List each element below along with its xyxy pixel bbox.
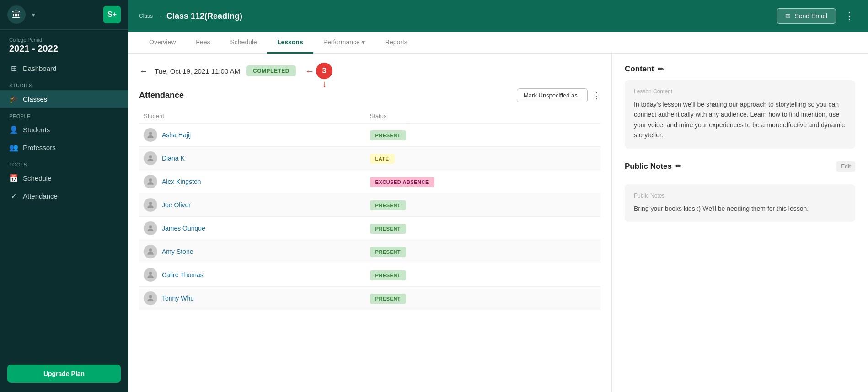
attendance-panel: ← Tue, Oct 19, 2021 11:00 AM COMPLETED ←… xyxy=(128,54,612,392)
sidebar-header: 🏛 ▾ S+ xyxy=(0,0,128,30)
attendance-label: Attendance xyxy=(23,192,58,200)
tab-reports[interactable]: Reports xyxy=(375,32,418,54)
student-col-header: Student xyxy=(139,109,365,124)
back-button[interactable]: ← xyxy=(139,66,148,76)
avatar xyxy=(144,291,157,305)
svg-point-5 xyxy=(149,248,152,252)
college-period-label: College Period xyxy=(0,30,128,43)
classes-label: Classes xyxy=(23,95,47,103)
school-chip: S+ xyxy=(103,6,121,23)
send-email-label: Send Email xyxy=(794,12,827,20)
status-cell: PRESENT xyxy=(365,287,600,310)
attendance-more-options[interactable]: ⋮ xyxy=(592,91,600,101)
student-name[interactable]: Joe Oliver xyxy=(144,198,361,212)
status-badge: PRESENT xyxy=(370,200,406,210)
status-cell: PRESENT xyxy=(365,124,600,147)
table-row: Asha Hajij PRESENT xyxy=(139,124,600,147)
public-notes-label: Public Notes xyxy=(634,193,846,199)
sidebar-item-professors[interactable]: 👥 Professors xyxy=(0,139,128,156)
notes-edit-icon[interactable]: ✏ xyxy=(675,162,681,171)
student-name[interactable]: Asha Hajij xyxy=(144,128,361,142)
lesson-date: Tue, Oct 19, 2021 11:00 AM xyxy=(155,67,240,75)
students-label: Students xyxy=(23,126,50,134)
sidebar: 🏛 ▾ S+ College Period 2021 - 2022 ⊞ Dash… xyxy=(0,0,128,392)
attendance-title: Attendance xyxy=(139,91,184,100)
tab-schedule[interactable]: Schedule xyxy=(220,32,267,54)
status-cell: PRESENT xyxy=(365,263,600,287)
public-notes-text: Bring your books kids :) We'll be needin… xyxy=(634,204,846,214)
student-name[interactable]: Diana K xyxy=(144,151,361,165)
studies-section-label: Studies xyxy=(0,77,128,90)
attendance-actions: Mark Unspecified as.. ⋮ xyxy=(517,88,600,102)
notes-edit-button[interactable]: Edit xyxy=(836,161,855,172)
student-name[interactable]: James Ourique xyxy=(144,221,361,235)
dashboard-label: Dashboard xyxy=(23,64,56,72)
student-cell: Tonny Whu xyxy=(139,287,365,310)
performance-dropdown-icon: ▾ xyxy=(362,38,365,46)
page-title: Class 112(Reading) xyxy=(166,11,242,21)
status-cell: PRESENT xyxy=(365,240,600,263)
public-notes-box: Public Notes Bring your books kids :) We… xyxy=(625,184,855,222)
more-options-icon[interactable]: ⋮ xyxy=(841,8,857,24)
tab-performance[interactable]: Performance ▾ xyxy=(313,32,375,54)
student-cell: Amy Stone xyxy=(139,240,365,263)
avatar xyxy=(144,175,157,188)
avatar xyxy=(144,268,157,282)
svg-point-7 xyxy=(149,295,152,298)
sidebar-item-schedule[interactable]: 📅 Schedule xyxy=(0,169,128,187)
status-badge: PRESENT xyxy=(370,130,406,140)
status-cell: PRESENT xyxy=(365,217,600,240)
avatar xyxy=(144,245,157,258)
status-badge: PRESENT xyxy=(370,247,406,257)
avatar xyxy=(144,128,157,142)
mark-unspecified-button[interactable]: Mark Unspecified as.. xyxy=(517,88,588,102)
dashboard-icon: ⊞ xyxy=(9,64,18,73)
tab-lessons[interactable]: Lessons xyxy=(267,32,313,54)
student-cell: Alex Kingston xyxy=(139,170,365,193)
sidebar-item-classes[interactable]: 🎓 Classes xyxy=(0,90,128,108)
tab-overview[interactable]: Overview xyxy=(139,32,186,54)
tools-section-label: Tools xyxy=(0,156,128,169)
send-email-button[interactable]: ✉ Send Email xyxy=(777,8,836,24)
svg-point-2 xyxy=(149,178,152,182)
org-icon[interactable]: 🏛 xyxy=(7,5,26,24)
upgrade-plan-button[interactable]: Upgrade Plan xyxy=(7,365,121,383)
attendance-icon: ✓ xyxy=(9,192,18,200)
student-name[interactable]: Tonny Whu xyxy=(144,291,361,305)
student-name[interactable]: Amy Stone xyxy=(144,245,361,258)
top-bar: Class → Class 112(Reading) ✉ Send Email … xyxy=(128,0,868,32)
status-badge: LATE xyxy=(370,154,395,164)
right-panel: Content ✏ Lesson Content In today's less… xyxy=(612,54,868,392)
student-cell: Joe Oliver xyxy=(139,193,365,217)
student-name[interactable]: Alex Kingston xyxy=(144,175,361,188)
people-section-label: People xyxy=(0,108,128,121)
status-badge: PRESENT xyxy=(370,294,406,304)
professors-icon: 👥 xyxy=(9,143,18,152)
students-icon: 👤 xyxy=(9,125,18,134)
table-row: Diana K LATE xyxy=(139,147,600,170)
lesson-body: ← Tue, Oct 19, 2021 11:00 AM COMPLETED ←… xyxy=(128,54,868,392)
annotation-left-arrow: ← xyxy=(305,66,314,76)
content-edit-icon[interactable]: ✏ xyxy=(658,65,664,74)
tab-fees[interactable]: Fees xyxy=(186,32,220,54)
sidebar-item-attendance[interactable]: ✓ Attendance xyxy=(0,187,128,205)
college-period-value: 2021 - 2022 xyxy=(0,43,128,59)
status-badge: PRESENT xyxy=(370,270,406,280)
sidebar-item-students[interactable]: 👤 Students xyxy=(0,121,128,139)
schedule-label: Schedule xyxy=(23,174,52,182)
tabs-bar: Overview Fees Schedule Lessons Performan… xyxy=(128,32,868,54)
top-bar-actions: ✉ Send Email ⋮ xyxy=(777,8,857,24)
dropdown-arrow[interactable]: ▾ xyxy=(32,11,35,18)
avatar xyxy=(144,221,157,235)
annotation-down-arrow: ↓ xyxy=(322,79,327,89)
public-notes-title: Public Notes ✏ xyxy=(625,162,681,171)
lesson-header: ← Tue, Oct 19, 2021 11:00 AM COMPLETED ←… xyxy=(139,63,600,79)
professors-label: Professors xyxy=(23,144,56,151)
status-cell: LATE xyxy=(365,147,600,170)
content-text: In today's lesson we'll be sharing our a… xyxy=(634,99,846,140)
status-badge: EXCUSED ABSENCE xyxy=(370,177,434,187)
student-name[interactable]: Calire Thomas xyxy=(144,268,361,282)
sidebar-item-dashboard[interactable]: ⊞ Dashboard xyxy=(0,59,128,77)
svg-point-0 xyxy=(149,132,152,135)
schedule-icon: 📅 xyxy=(9,174,18,183)
